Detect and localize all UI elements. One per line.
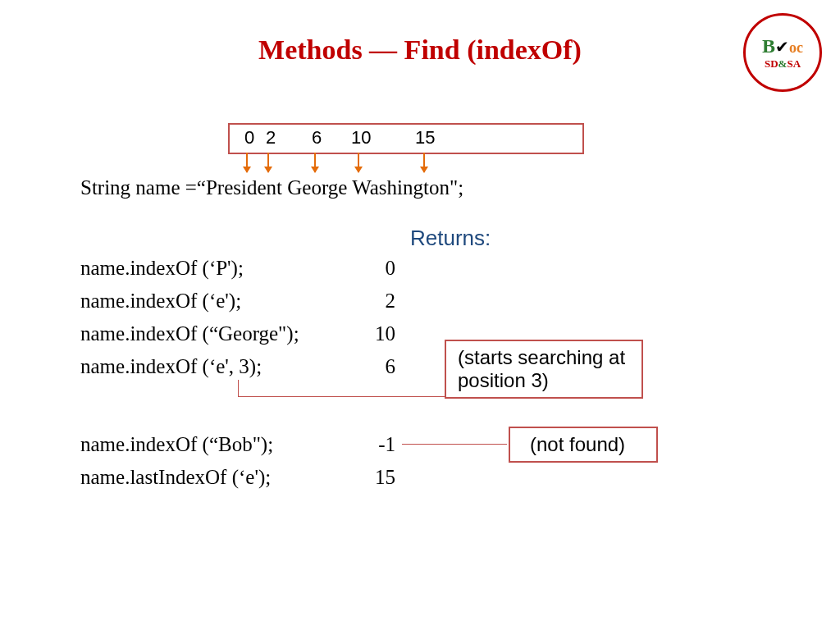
callout-starts-searching: (starts searching at position 3) bbox=[445, 340, 643, 399]
code-row-4-call: name.indexOf (‘e', 3); bbox=[80, 355, 262, 378]
code-row-6-ret: 15 bbox=[354, 466, 395, 489]
code-row-3-call: name.indexOf (“George"); bbox=[80, 322, 299, 345]
arrow-icon bbox=[314, 153, 316, 172]
logo-bottom-row: SD&SA bbox=[765, 57, 801, 71]
index-num-15: 15 bbox=[415, 127, 435, 148]
index-box: 0 2 6 10 15 bbox=[228, 123, 584, 154]
arrow-icon bbox=[358, 153, 359, 172]
connector-line bbox=[402, 444, 507, 445]
arrow-icon bbox=[267, 153, 269, 172]
index-num-2: 2 bbox=[266, 127, 276, 148]
index-num-10: 10 bbox=[351, 127, 371, 148]
returns-header: Returns: bbox=[410, 226, 491, 251]
index-num-0: 0 bbox=[244, 127, 254, 148]
slide-title: Methods — Find (indexOf) bbox=[0, 34, 840, 66]
logo-top-row: B✔oc bbox=[762, 35, 803, 57]
code-row-6-call: name.lastIndexOf (‘e'); bbox=[80, 466, 271, 489]
code-row-5-call: name.indexOf (“Bob"); bbox=[80, 433, 273, 456]
logo-badge: B✔oc SD&SA bbox=[743, 13, 822, 92]
code-row-5-ret: -1 bbox=[354, 433, 395, 456]
connector-line bbox=[238, 396, 445, 397]
code-row-3-ret: 10 bbox=[354, 322, 395, 345]
code-declaration: String name =“President George Washingto… bbox=[80, 176, 463, 199]
code-row-2-ret: 2 bbox=[354, 290, 395, 313]
code-row-2-call: name.indexOf (‘e'); bbox=[80, 290, 241, 313]
code-row-1-call: name.indexOf (‘P'); bbox=[80, 257, 244, 280]
index-num-6: 6 bbox=[312, 127, 322, 148]
arrow-icon bbox=[246, 153, 248, 172]
callout-not-found: (not found) bbox=[509, 427, 658, 463]
arrow-icon bbox=[423, 153, 425, 172]
connector-line bbox=[238, 380, 239, 396]
code-row-1-ret: 0 bbox=[354, 257, 395, 280]
code-row-4-ret: 6 bbox=[354, 355, 395, 378]
